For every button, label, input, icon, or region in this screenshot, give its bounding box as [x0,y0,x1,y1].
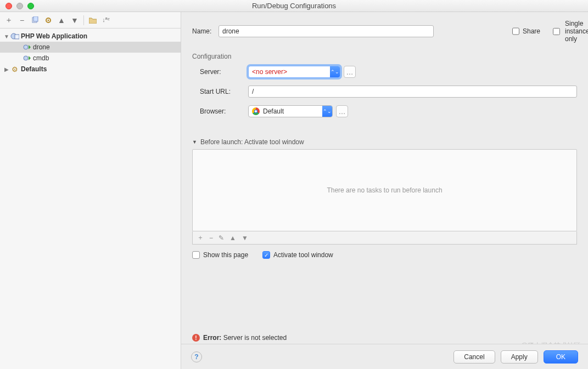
browser-more-button[interactable]: … [336,105,348,117]
svg-rect-5 [15,35,19,39]
add-icon[interactable]: ＋ [4,16,13,25]
before-launch-list: There are no tasks to run before launch [192,149,577,231]
svg-marker-7 [29,45,31,49]
edit-icon[interactable]: ✎ [219,234,224,242]
dialog-footer: Cancel Apply OK [181,344,588,369]
svg-rect-1 [33,16,38,21]
apply-button[interactable]: Apply [501,350,538,364]
titlebar: Run/Debug Configurations [0,0,588,12]
chevron-right-icon: ▶ [3,66,10,72]
gear-icon [10,65,20,73]
share-label: Share [523,27,540,35]
svg-point-8 [24,56,28,60]
copy-icon[interactable] [31,16,40,25]
error-banner: ! Error: Server is not selected [192,334,287,342]
move-down-icon[interactable]: ▼ [70,16,79,25]
ok-button[interactable]: OK [544,350,578,364]
before-launch-empty: There are no tasks to run before launch [327,186,442,194]
add-icon[interactable]: ＋ [197,233,204,242]
config-tree: ▼ PHP Web Application drone cmdb ▶ [0,29,181,369]
name-input[interactable] [219,25,434,37]
svg-point-3 [48,19,49,21]
error-icon: ! [192,334,200,342]
settings-icon[interactable] [44,16,53,25]
before-launch-toolbar: ＋ − ✎ ▲ ▼ [192,231,577,245]
chevron-updown-icon: ⌃⌄ [322,106,332,117]
tree-group-php-web[interactable]: ▼ PHP Web Application [0,31,181,42]
tree-defaults-label: Defaults [21,65,47,73]
tree-item-cmdb[interactable]: cmdb [0,53,181,64]
config-toolbar: ＋ − ▲ ▼ ↓ªᶻ [0,12,181,29]
cancel-button[interactable]: Cancel [453,350,495,364]
window-title: Run/Debug Configurations [0,2,588,10]
chevron-down-icon: ▼ [3,33,10,39]
configuration-section: Configuration [192,53,577,60]
name-label: Name: [192,27,219,35]
error-label: Error: [203,334,221,342]
remove-icon[interactable]: − [18,16,26,25]
show-this-page-checkbox[interactable]: Show this page [192,251,248,259]
tree-item-label: drone [33,43,50,51]
configurations-panel: ＋ − ▲ ▼ ↓ªᶻ ▼ PHP Web Application [0,12,181,369]
server-value: <no server> [252,68,327,76]
starturl-input[interactable] [248,86,577,98]
tree-defaults[interactable]: ▶ Defaults [0,64,181,75]
error-message: Server is not selected [223,334,287,342]
tree-group-label: PHP Web Application [21,32,87,40]
config-form: Name: Share Single instance only Configu… [181,12,588,369]
chevron-down-icon: ▼ [192,139,197,145]
activate-tool-window-label: Activate tool window [273,251,333,259]
separator [83,15,84,25]
php-web-icon [10,32,20,41]
tree-item-label: cmdb [33,54,49,62]
move-up-icon[interactable]: ▲ [57,16,66,25]
move-up-icon[interactable]: ▲ [229,234,236,242]
server-more-button[interactable]: … [344,66,356,78]
chrome-icon [252,107,260,115]
server-label: Server: [200,68,248,76]
single-instance-checkbox[interactable]: Single instance only [551,20,577,43]
starturl-label: Start URL: [200,88,248,95]
single-instance-label: Single instance only [565,20,588,43]
before-launch-title: Before launch: Activate tool window [200,138,304,146]
share-checkbox[interactable]: Share [512,27,539,35]
browser-value: Default [263,107,319,115]
run-config-icon [22,54,32,63]
help-button[interactable]: ? [191,351,202,362]
browser-select[interactable]: Default ⌃⌄ [248,105,333,117]
sort-az-icon[interactable]: ↓ªᶻ [102,16,110,25]
remove-icon[interactable]: − [209,234,213,242]
activate-tool-window-checkbox[interactable]: ✓ Activate tool window [262,251,333,259]
chevron-updown-icon: ⌃⌄ [330,66,340,77]
folder-icon[interactable] [88,16,97,25]
tree-item-drone[interactable]: drone [0,42,181,53]
run-config-icon [22,43,32,52]
before-launch-header[interactable]: ▼ Before launch: Activate tool window [192,138,577,146]
move-down-icon[interactable]: ▼ [242,234,248,242]
show-this-page-label: Show this page [203,251,248,259]
browser-label: Browser: [200,107,248,115]
svg-point-6 [24,45,28,49]
svg-marker-9 [29,56,31,60]
server-select[interactable]: <no server> ⌃⌄ [248,66,340,78]
